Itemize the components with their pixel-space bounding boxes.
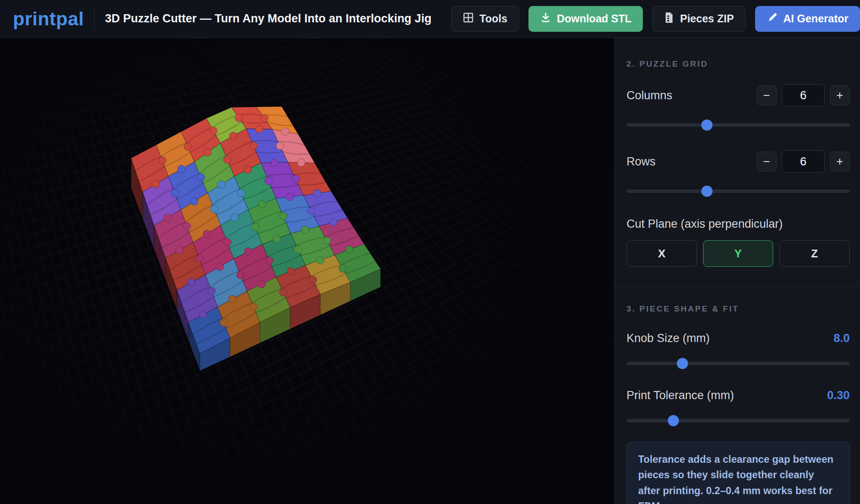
knob-size-row: Knob Size (mm) 8.0 xyxy=(627,332,850,345)
tools-button-label: Tools xyxy=(479,12,507,25)
rows-value[interactable]: 6 xyxy=(782,150,825,173)
print-tolerance-row: Print Tolerance (mm) 0.30 xyxy=(627,389,850,402)
pen-icon xyxy=(767,12,778,26)
3d-viewport[interactable] xyxy=(0,38,614,504)
axis-z-button[interactable]: Z xyxy=(779,240,850,267)
section-divider xyxy=(614,287,860,287)
columns-increment-button[interactable]: + xyxy=(830,86,850,105)
settings-sidebar: 2. PUZZLE GRID Columns − 6 + Rows − 6 + xyxy=(614,38,860,504)
knob-size-slider[interactable] xyxy=(627,358,850,369)
download-stl-button[interactable]: Download STL xyxy=(528,6,643,32)
grid-icon xyxy=(463,12,474,26)
app-logo[interactable]: printpal xyxy=(13,8,84,30)
rows-increment-button[interactable]: + xyxy=(830,152,850,171)
rows-label: Rows xyxy=(627,155,656,168)
cut-plane-label: Cut Plane (axis perpendicular) xyxy=(627,217,850,231)
download-icon xyxy=(540,12,551,26)
columns-decrement-button[interactable]: − xyxy=(757,86,777,105)
main-area: 2. PUZZLE GRID Columns − 6 + Rows − 6 + xyxy=(0,38,860,504)
header-bar: printpal 3D Puzzle Cutter — Turn Any Mod… xyxy=(0,0,860,38)
print-tolerance-value: 0.30 xyxy=(827,389,850,402)
pieces-zip-button[interactable]: Pieces ZIP xyxy=(652,6,745,32)
axis-y-button[interactable]: Y xyxy=(703,240,774,267)
axis-x-button[interactable]: X xyxy=(627,240,697,267)
print-tolerance-slider-track[interactable] xyxy=(627,419,850,422)
columns-label: Columns xyxy=(627,89,673,102)
zip-file-icon xyxy=(664,12,674,26)
print-tolerance-label: Print Tolerance (mm) xyxy=(627,389,734,402)
columns-stepper: − 6 + xyxy=(757,84,850,107)
rows-slider[interactable] xyxy=(627,186,850,197)
rows-slider-track[interactable] xyxy=(627,189,850,193)
header-divider xyxy=(94,9,95,29)
ai-generator-label: AI Generator xyxy=(783,12,848,25)
knob-size-value: 8.0 xyxy=(833,332,850,345)
rows-row: Rows − 6 + xyxy=(627,150,850,173)
download-stl-label: Download STL xyxy=(557,12,632,25)
section-title-puzzle-grid: 2. PUZZLE GRID xyxy=(627,59,850,69)
columns-slider-thumb[interactable] xyxy=(701,119,713,131)
rows-decrement-button[interactable]: − xyxy=(757,152,777,171)
page-title: 3D Puzzle Cutter — Turn Any Model Into a… xyxy=(105,12,431,25)
columns-value[interactable]: 6 xyxy=(782,84,825,107)
tools-button[interactable]: Tools xyxy=(451,6,519,32)
rows-slider-thumb[interactable] xyxy=(701,186,713,197)
cut-plane-axis-group: X Y Z xyxy=(627,240,850,267)
pieces-zip-label: Pieces ZIP xyxy=(680,12,734,25)
knob-size-slider-track[interactable] xyxy=(627,362,850,365)
puzzle-model-render[interactable] xyxy=(0,38,614,504)
section-title-piece-shape: 3. PIECE SHAPE & FIT xyxy=(627,304,850,314)
columns-slider[interactable] xyxy=(627,119,850,131)
print-tolerance-slider-thumb[interactable] xyxy=(668,415,679,426)
print-tolerance-slider[interactable] xyxy=(627,415,850,426)
tolerance-info-note: Tolerance adds a clearance gap between p… xyxy=(627,442,850,504)
ai-generator-button[interactable]: AI Generator xyxy=(755,6,860,32)
knob-size-label: Knob Size (mm) xyxy=(627,332,710,345)
columns-slider-track[interactable] xyxy=(627,123,850,127)
columns-row: Columns − 6 + xyxy=(627,84,850,107)
rows-stepper: − 6 + xyxy=(757,150,850,173)
app-window: printpal 3D Puzzle Cutter — Turn Any Mod… xyxy=(0,0,860,504)
knob-size-slider-thumb[interactable] xyxy=(677,358,688,369)
